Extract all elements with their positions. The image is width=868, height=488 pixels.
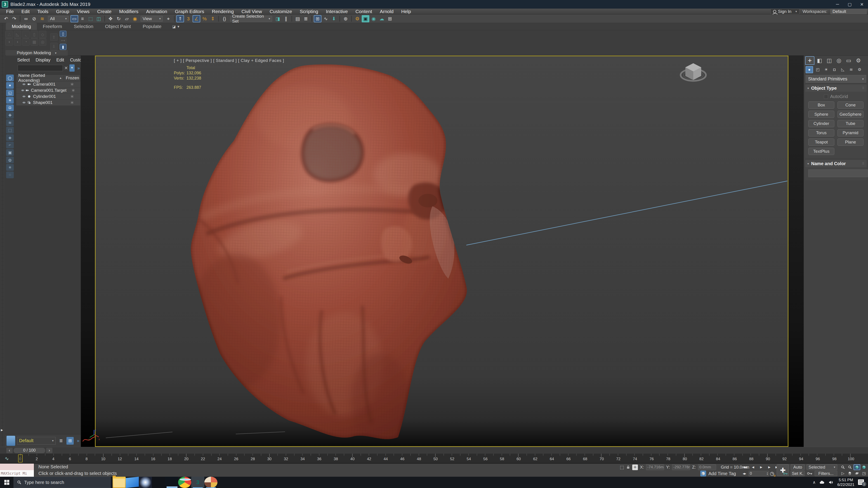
primitive-button[interactable]: TextPlus [808, 148, 834, 155]
primitive-button[interactable]: Teapot [808, 138, 834, 146]
autogrid-checkbox[interactable] [824, 95, 828, 99]
mask-mesh-object[interactable] [186, 62, 469, 446]
visibility-eye-icon[interactable] [21, 89, 25, 92]
macro-recorder-line[interactable] [0, 464, 34, 470]
menu-item[interactable]: Scripting [296, 8, 322, 14]
cat-helpers-icon[interactable]: ◺ [839, 66, 846, 73]
spinner-snap-icon[interactable]: ⇕ [209, 15, 217, 22]
primitive-button[interactable]: GeoSphere [837, 111, 864, 118]
set-key-button[interactable]: Set K. [791, 470, 805, 476]
cat-systems-icon[interactable]: ⚙ [856, 66, 863, 73]
edge-mode-icon[interactable]: ◺ [14, 31, 21, 38]
select-place-icon[interactable]: ◉ [131, 15, 139, 22]
frozen-toggle[interactable] [66, 89, 80, 92]
filter-cameras-icon[interactable]: ◘ [6, 104, 14, 111]
pan-icon[interactable] [846, 470, 853, 476]
element-mode-icon[interactable]: ◇ [39, 31, 46, 38]
tab-hierarchy[interactable]: ◫ [825, 56, 834, 65]
layer-stack-icon[interactable]: ≣ [302, 15, 310, 22]
overflow-chevrons-icon[interactable]: » [77, 66, 80, 71]
time-slider[interactable]: ‹ 0 / 100 › [0, 447, 868, 454]
left-viewport-sliver[interactable] [81, 56, 95, 447]
time-slider-handle[interactable]: 0 / 100 [13, 448, 45, 453]
start-button[interactable] [0, 477, 13, 488]
tab-create[interactable]: + [805, 56, 814, 65]
z-coordinate-field[interactable]: 0.0mm [698, 464, 716, 470]
tab-utilities[interactable]: ⚙ [854, 56, 863, 65]
redo-icon[interactable]: ↷ [10, 15, 18, 22]
undo-icon[interactable]: ↶ [2, 15, 10, 22]
material-editor-icon[interactable]: ⊛ [342, 15, 349, 22]
taskbar-search[interactable]: Type here to search [13, 477, 111, 488]
clear-search-icon[interactable]: ✕ [64, 65, 68, 71]
filter-containers-icon[interactable]: ▣ [6, 149, 14, 156]
unity-icon[interactable] [152, 477, 165, 488]
unlink-selection-icon[interactable]: ⊘ [30, 15, 38, 22]
modifier-toggle-icon[interactable]: ▯ [60, 31, 66, 37]
frozen-toggle[interactable] [64, 101, 80, 104]
show-end-result-icon[interactable]: ▮ [60, 44, 66, 50]
filter-bones-icon[interactable]: ⌐ [6, 142, 14, 149]
play-icon[interactable]: ▶ [757, 464, 765, 470]
menu-item[interactable]: Modifiers [115, 8, 142, 14]
overflow-chevrons-icon[interactable]: » [77, 438, 79, 443]
snap-3d-icon[interactable]: 3 [184, 15, 192, 22]
schematic-view-icon[interactable]: ⬇ [330, 15, 338, 22]
tray-chevron-icon[interactable]: ∧ [813, 480, 815, 485]
add-time-tag[interactable]: Add Time Tag [700, 470, 736, 477]
primitive-button[interactable]: Cylinder [808, 120, 834, 127]
next-frame-icon[interactable]: ▶ [765, 464, 773, 470]
zoom-all-icon[interactable] [846, 464, 853, 470]
zoom-extents-all-icon[interactable] [861, 464, 867, 470]
name-color-rollout-header[interactable]: ▾ Name and Color ⠿ [805, 160, 867, 167]
visibility-eye-icon[interactable] [22, 101, 26, 104]
shaded-faces-icon[interactable]: ◎ [39, 38, 46, 46]
primitive-button[interactable]: Sphere [808, 111, 834, 118]
selection-filter-dropdown[interactable]: All▾ [48, 16, 69, 22]
frozen-toggle[interactable] [64, 95, 80, 98]
clock[interactable]: 5:51 PM 6/22/2021 [837, 478, 855, 487]
chrome-icon[interactable] [178, 477, 191, 488]
collapse-stack-up-icon[interactable]: ⇧ [50, 33, 58, 41]
scene-explorer-menu-item[interactable]: Edit [56, 57, 64, 63]
select-link-icon[interactable]: ∞ [22, 15, 30, 22]
previous-key-button[interactable]: ‹ [6, 448, 13, 453]
ribbon-tab[interactable]: Selection [68, 23, 99, 30]
render-setup-icon[interactable]: ⚙ [353, 15, 361, 22]
pin-stack-icon[interactable]: ⊶ [60, 37, 66, 43]
align-icon[interactable]: ∥ [282, 15, 290, 22]
photos-app-icon[interactable] [165, 477, 178, 488]
curve-editor-icon[interactable]: ∿ [322, 15, 330, 22]
use-pivot-center-icon[interactable]: ⌖ [164, 15, 172, 22]
column-header-name[interactable]: Name (Sorted Ascending) ▲ [17, 73, 64, 83]
scene-explorer-menu-item[interactable]: Display [36, 57, 51, 63]
key-mode-toggle[interactable]: ◀▶ [741, 471, 748, 477]
bind-to-spacewarp-icon[interactable]: ≋ [38, 15, 46, 22]
scene-object-row[interactable]: Camera001.Target [16, 88, 80, 94]
explorer-preset-dropdown[interactable]: Default ▾ [17, 437, 56, 445]
filter-groups-icon[interactable]: ⬚ [6, 127, 14, 133]
percent-snap-icon[interactable]: % [201, 15, 209, 22]
render-gallery-icon[interactable]: ⊞ [386, 15, 394, 22]
rendered-frame-icon[interactable]: ▣ [362, 15, 369, 22]
cat-shapes-icon[interactable]: ◰ [814, 66, 822, 73]
key-selection-dropdown[interactable]: Selected ▾ [807, 464, 837, 470]
ribbon-tab[interactable]: Freeform [37, 23, 68, 30]
selection-preset-button[interactable] [6, 435, 16, 446]
filter-shapes-icon[interactable]: ◱ [6, 90, 14, 96]
menu-item[interactable]: Interactive [322, 8, 352, 14]
tab-motion[interactable]: ◎ [834, 56, 844, 65]
hierarchy-view-icon[interactable]: ⊞ [66, 437, 74, 445]
menu-item[interactable]: Content [352, 8, 376, 14]
cat-cameras-icon[interactable]: ◘ [831, 66, 838, 73]
polygon-mode-icon[interactable]: ▯ [31, 31, 38, 38]
visibility-eye-icon[interactable] [22, 95, 26, 98]
filter-lights-icon[interactable]: ☀ [6, 97, 14, 104]
close-button[interactable]: ✕ [856, 0, 868, 8]
menu-item[interactable]: Help [397, 8, 415, 14]
maxscript-mini-listener[interactable]: MAXScript Mi [0, 464, 34, 477]
primitive-button[interactable]: Tube [837, 120, 864, 127]
menu-item[interactable]: Animation [142, 8, 171, 14]
select-move-icon[interactable]: ✥ [107, 15, 114, 22]
tab-modify[interactable]: ◧ [815, 56, 824, 65]
